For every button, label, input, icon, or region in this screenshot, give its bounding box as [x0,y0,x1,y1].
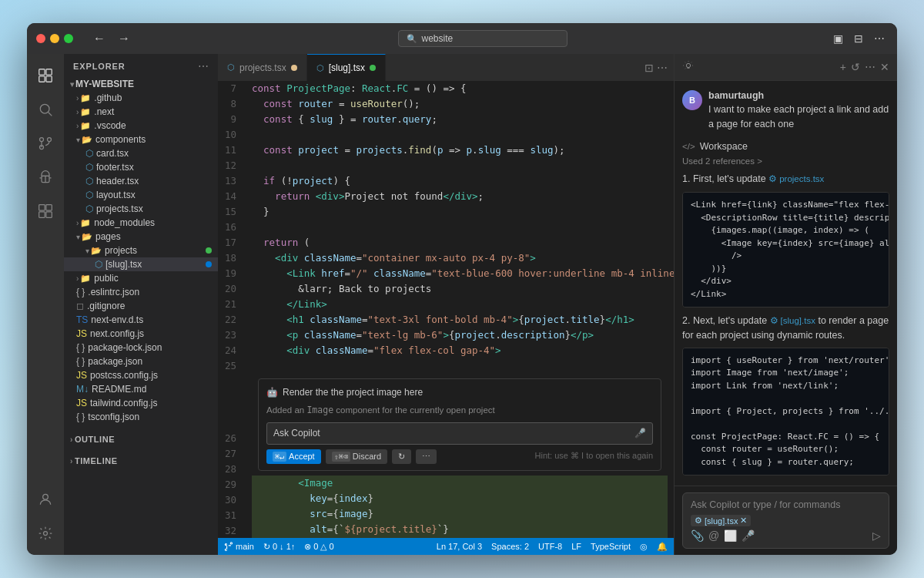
new-file-button[interactable]: ⋯ [198,60,209,72]
json-file-icon: { } [76,287,85,297]
outline-section[interactable]: › OUTLINE [64,425,218,447]
chevron-right-icon: › [70,435,73,444]
copilot-response: </> Workspace Used 2 references > 1. Fir… [682,141,889,476]
sidebar-item-node-modules[interactable]: › 📁 node_modules [64,216,218,230]
sidebar-item-label: postcss.config.js [90,370,158,381]
split-editor-button[interactable]: ⊟ [851,31,866,46]
errors-status[interactable]: ⊗ 0 △ 0 [304,542,333,552]
svg-point-18 [44,532,48,536]
file-ref-projects[interactable]: ⚙ projects.tsx [768,173,824,186]
source-control-activity-btn[interactable] [30,128,61,159]
split-editor-tab-btn[interactable]: ⊡ [644,62,654,74]
sidebar-item-package-lock[interactable]: { } package-lock.json [64,341,218,355]
sidebar-item-next-env[interactable]: TS next-env.d.ts [64,313,218,327]
sidebar-item-label: .next [94,106,114,117]
forward-button[interactable]: → [113,30,135,47]
code-editor[interactable]: 7891011 1213141516 1718192021 22232425 2… [218,81,674,538]
explorer-activity-btn[interactable] [30,60,61,91]
sidebar-item-label: .gitignore [87,301,125,311]
language-status[interactable]: TypeScript [591,542,631,551]
eol-status[interactable]: LF [571,542,581,551]
chat-input-field[interactable]: Ask Copilot or type / for commands [691,499,881,510]
minimize-button[interactable] [50,34,59,43]
debug-activity-btn[interactable] [30,162,61,193]
search-activity-btn[interactable] [30,94,61,125]
encoding-status[interactable]: UTF-8 [538,542,562,551]
sidebar-item-tsconfig[interactable]: { } tsconfig.json [64,410,218,424]
sidebar-item-readme[interactable]: M↓ README.md [64,382,218,396]
inline-ask-input[interactable]: Ask Copilot 🎤 [266,422,653,445]
extensions-activity-btn[interactable] [30,196,61,227]
sidebar-item-slug-tsx[interactable]: ⬡ [slug].tsx [64,257,218,271]
git-branch-status[interactable]: main [224,542,254,551]
copilot-panel: + ↺ ⋯ ✕ B bamurtaugh I want to make each… [674,54,897,555]
account-activity-btn[interactable] [30,484,61,515]
sidebar-item-card-tsx[interactable]: ⬡ card.tsx [64,146,218,160]
back-button[interactable]: ← [89,30,110,47]
user-avatar: B [682,90,702,110]
tab-projects-tsx[interactable]: ⬡ projects.tsx [218,54,307,81]
sidebar-item-layout-tsx[interactable]: ⬡ layout.tsx [64,188,218,202]
sidebar-item-public[interactable]: › 📁 public [64,271,218,285]
timeline-section[interactable]: › TIMELINE [64,447,218,469]
code-line-20: &larr; Back to projects [252,281,668,297]
code-content[interactable]: const ProjectPage: React.FC = () => { co… [246,81,674,538]
sidebar-item-postcss[interactable]: JS postcss.config.js [64,368,218,382]
sidebar-item-components[interactable]: ▾ 📂 components [64,133,218,146]
root-folder[interactable]: ▾ MY-WEBSITE [64,77,218,91]
refresh-button[interactable]: ↻ [392,449,411,464]
sidebar-item-projects-tsx[interactable]: ⬡ projects.tsx [64,202,218,216]
discard-button[interactable]: ⇧⌘⌫ Discard [326,449,387,464]
sidebar-item-tailwind[interactable]: JS tailwind.config.js [64,396,218,410]
close-copilot-btn[interactable]: ✕ [880,61,889,73]
traffic-lights [36,34,73,43]
sync-status[interactable]: ↻ 0 ↓ 1↑ [263,542,295,552]
sidebar-item-projects-folder[interactable]: ▾ 📂 projects [64,244,218,257]
copilot-header: + ↺ ⋯ ✕ [675,54,897,81]
json-file-icon: { } [76,412,85,422]
send-button[interactable]: ▷ [872,529,881,542]
mention-button[interactable]: @ [708,529,719,542]
sidebar-item-eslint[interactable]: { } .eslintrc.json [64,285,218,299]
ln-col-status[interactable]: Ln 17, Col 3 [437,542,482,551]
notification-bell[interactable]: 🔔 [657,542,668,552]
sidebar-item-github[interactable]: › 📁 .github [64,91,218,105]
chat-history-button[interactable]: ↺ [851,61,860,73]
sidebar-item-pages[interactable]: ▾ 📂 pages [64,230,218,244]
settings-activity-btn[interactable] [30,518,61,549]
more-copilot-btn[interactable]: ⋯ [865,61,875,73]
close-button[interactable] [36,34,45,43]
ts-file-icon: TS [76,314,88,325]
spaces-status[interactable]: Spaces: 2 [491,542,529,551]
file-ref-slug[interactable]: ⚙ [slug].tsx [770,314,815,328]
sidebar-item-next[interactable]: › 📁 .next [64,105,218,119]
mic-button[interactable]: 🎤 [742,529,755,542]
chat-input-box[interactable]: Ask Copilot or type / for commands ⚙ [sl… [682,492,889,549]
maximize-button[interactable] [64,34,73,43]
sidebar-item-header-tsx[interactable]: ⬡ header.tsx [64,174,218,188]
code-line-17: return ( [252,235,668,250]
modified-dot-blue [370,65,376,71]
layout-toggle-button[interactable]: ▣ [830,31,846,46]
new-chat-button[interactable]: + [840,61,846,73]
accept-button[interactable]: ⌘↵ Accept [266,449,321,464]
copilot-chat-content: B bamurtaugh I want to make each project… [675,81,897,486]
close-file-icon[interactable]: ✕ [740,516,747,526]
sidebar-title: EXPLORER [73,62,126,71]
tab-slug-tsx[interactable]: ⬡ [slug].tsx [307,54,386,81]
sidebar-item-gitignore[interactable]: ◻ .gitignore [64,299,218,313]
code-block-btn[interactable]: ⬜ [724,529,737,542]
search-bar[interactable]: 🔍 website [398,30,567,47]
attached-file-ref[interactable]: ⚙ [slug].tsx ✕ [691,515,751,526]
sidebar-item-vscode[interactable]: › 📁 .vscode [64,119,218,133]
more-options-button[interactable]: ⋯ [871,31,888,46]
copilot-status[interactable]: ◎ [640,542,648,552]
sidebar-item-next-config[interactable]: JS next.config.js [64,327,218,341]
code-line-16 [252,220,668,235]
sidebar-item-package-json[interactable]: { } package.json [64,355,218,368]
more-tab-btn[interactable]: ⋯ [657,62,668,74]
sidebar-item-footer-tsx[interactable]: ⬡ footer.tsx [64,160,218,174]
attach-button[interactable]: 📎 [691,529,704,542]
more-inline-btn[interactable]: ⋯ [416,449,437,464]
used-refs[interactable]: Used 2 references > [682,156,889,166]
